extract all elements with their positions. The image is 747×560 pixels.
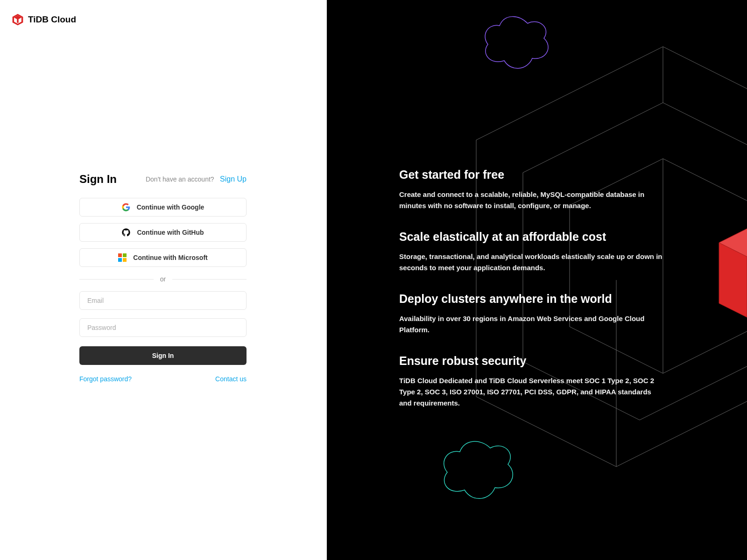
signin-header: Sign In Don't have an account? Sign Up <box>79 173 247 186</box>
signup-prompt: Don't have an account? Sign Up <box>146 175 247 183</box>
feature-desc: Availability in over 30 regions in Amazo… <box>399 313 665 336</box>
signin-form: Sign In Don't have an account? Sign Up C… <box>79 173 247 383</box>
marketing-content: Get started for free Create and connect … <box>399 168 665 427</box>
brand-logo: TiDB Cloud <box>11 13 76 26</box>
svg-rect-3 <box>17 18 19 23</box>
google-button-label: Continue with Google <box>137 203 204 211</box>
continue-github-button[interactable]: Continue with GitHub <box>79 223 247 242</box>
feature-desc: TiDB Cloud Dedicated and TiDB Cloud Serv… <box>399 375 665 409</box>
tidb-logo-icon <box>11 13 24 26</box>
form-divider: or <box>79 275 247 283</box>
continue-google-button[interactable]: Continue with Google <box>79 198 247 217</box>
email-field[interactable] <box>79 291 247 310</box>
feature-title: Scale elastically at an affordable cost <box>399 230 665 244</box>
continue-microsoft-button[interactable]: Continue with Microsoft <box>79 248 247 267</box>
feature-block: Get started for free Create and connect … <box>399 168 665 211</box>
form-footer: Forgot password? Contact us <box>79 375 247 383</box>
microsoft-button-label: Continue with Microsoft <box>133 254 207 261</box>
google-icon <box>122 203 130 211</box>
signin-panel: TiDB Cloud Sign In Don't have an account… <box>0 0 327 560</box>
divider-label: or <box>154 275 172 283</box>
marketing-panel: Get started for free Create and connect … <box>327 0 747 560</box>
signin-button[interactable]: Sign In <box>79 346 247 365</box>
feature-desc: Create and connect to a scalable, reliab… <box>399 189 665 211</box>
github-button-label: Continue with GitHub <box>137 229 204 236</box>
signup-prompt-text: Don't have an account? <box>146 175 214 183</box>
feature-block: Scale elastically at an affordable cost … <box>399 230 665 273</box>
github-icon <box>122 228 130 237</box>
contact-us-link[interactable]: Contact us <box>215 375 247 383</box>
feature-title: Ensure robust security <box>399 354 665 368</box>
svg-marker-4 <box>719 215 747 317</box>
signup-link[interactable]: Sign Up <box>220 175 247 183</box>
signin-title: Sign In <box>79 173 117 186</box>
forgot-password-link[interactable]: Forgot password? <box>79 375 132 383</box>
feature-title: Get started for free <box>399 168 665 182</box>
feature-block: Deploy clusters anywhere in the world Av… <box>399 292 665 336</box>
feature-title: Deploy clusters anywhere in the world <box>399 292 665 306</box>
password-field[interactable] <box>79 318 247 337</box>
feature-desc: Storage, transactional, and analytical w… <box>399 251 665 273</box>
brand-name: TiDB Cloud <box>28 14 76 25</box>
feature-block: Ensure robust security TiDB Cloud Dedica… <box>399 354 665 409</box>
microsoft-icon <box>118 253 127 262</box>
